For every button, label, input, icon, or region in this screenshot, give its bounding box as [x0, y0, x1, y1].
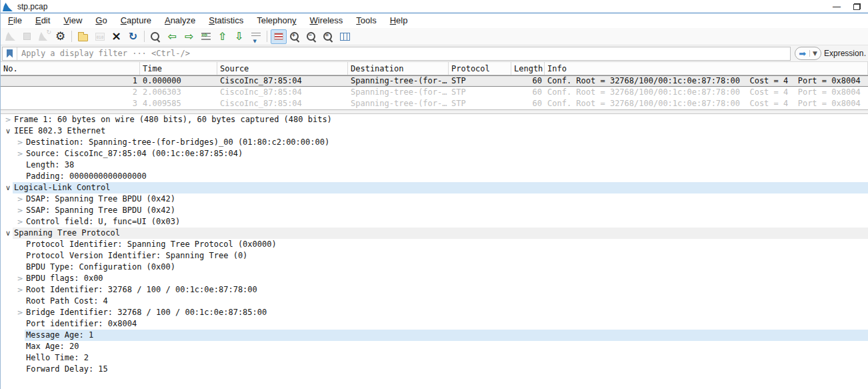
go-back-button[interactable]: ⇦ — [165, 29, 181, 44]
column-header-source[interactable]: Source — [217, 62, 348, 75]
dropdown-caret-icon[interactable]: ▼ — [809, 50, 817, 57]
capture-start-button — [3, 29, 19, 44]
detail-row[interactable]: >SSAP: Spanning Tree BPDU (0x42) — [1, 205, 868, 216]
auto-scroll-button[interactable] — [248, 29, 264, 44]
display-filter-input[interactable] — [17, 47, 790, 60]
detail-row[interactable]: BPDU Type: Configuration (0x00) — [1, 262, 868, 273]
detail-row[interactable]: Hello Time: 2 — [1, 352, 868, 364]
detail-row[interactable]: Root Path Cost: 4 — [1, 296, 868, 307]
menu-capture[interactable]: Capture — [114, 14, 158, 27]
resize-columns-button[interactable] — [337, 29, 353, 44]
wireshark-window: stp.pcap — FileEditViewGoCaptureAnalyzeS… — [0, 0, 868, 389]
detail-row[interactable]: ∨Logical-Link Control — [1, 182, 868, 193]
chevron-right-icon[interactable]: > — [3, 114, 13, 125]
detail-row[interactable]: ∨IEEE 802.3 Ethernet — [1, 125, 868, 137]
packet-row[interactable]: 34.009585CiscoInc_87:85:04Spanning-tree-… — [1, 98, 868, 109]
chevron-right-icon[interactable]: > — [15, 148, 25, 159]
chevron-right-icon[interactable]: > — [15, 273, 25, 284]
apply-filter-button[interactable]: ➡ ▼ — [795, 47, 821, 60]
menu-statistics[interactable]: Statistics — [202, 14, 250, 27]
go-first-button[interactable]: ⇧ — [215, 29, 231, 44]
minimize-button[interactable]: — — [827, 1, 847, 13]
column-header-no[interactable]: No. — [1, 62, 140, 75]
detail-row[interactable]: >DSAP: Spanning Tree BPDU (0x42) — [1, 193, 868, 205]
zoom-normal-button[interactable]: = — [321, 29, 337, 44]
detail-text: Max Age: 20 — [25, 341, 868, 352]
detail-row[interactable]: Port identifier: 0x8004 — [1, 318, 868, 330]
detail-text: IEEE 802.3 Ethernet — [13, 125, 868, 137]
packet-cell: Conf. Root = 32768/100/00:1c:0e:87:78:00… — [545, 87, 868, 98]
detail-row[interactable]: >Control field: U, func=UI (0x03) — [1, 216, 868, 228]
capture-options-button[interactable]: ⚙ — [53, 29, 69, 44]
colorize-button[interactable] — [271, 29, 287, 44]
menu-edit[interactable]: Edit — [29, 14, 57, 27]
column-header-info[interactable]: Info — [545, 62, 868, 75]
chevron-right-icon[interactable]: > — [15, 284, 25, 296]
menu-go[interactable]: Go — [89, 14, 113, 27]
reload-icon: ↻ — [129, 31, 137, 42]
detail-text: Forward Delay: 15 — [25, 364, 868, 375]
open-file-button[interactable] — [75, 29, 91, 44]
menu-help[interactable]: Help — [383, 14, 415, 27]
arrow-down-icon: ⇩ — [235, 31, 243, 42]
detail-row[interactable]: >BPDU flags: 0x00 — [1, 273, 868, 284]
detail-row[interactable]: Length: 38 — [1, 159, 868, 171]
detail-text: BPDU flags: 0x00 — [25, 273, 868, 284]
column-header-protocol[interactable]: Protocol — [449, 62, 511, 75]
detail-row[interactable]: Max Age: 20 — [1, 341, 868, 352]
menu-tools[interactable]: Tools — [349, 14, 383, 27]
detail-row[interactable]: Protocol Version Identifier: Spanning Tr… — [1, 250, 868, 262]
detail-text: Message Age: 1 — [25, 330, 868, 341]
column-header-time[interactable]: Time — [140, 62, 217, 75]
chevron-right-icon[interactable]: > — [15, 205, 25, 216]
chevron-right-icon[interactable]: > — [15, 216, 25, 228]
detail-row[interactable]: >Destination: Spanning-tree-(for-bridges… — [1, 137, 868, 148]
chevron-down-icon[interactable]: ∨ — [3, 228, 13, 239]
menu-analyze[interactable]: Analyze — [158, 14, 202, 27]
pane-splitter[interactable] — [1, 109, 868, 114]
detail-row[interactable]: ∨Spanning Tree Protocol — [1, 228, 868, 239]
detail-row[interactable]: Padding: 0000000000000000 — [1, 171, 868, 182]
detail-row[interactable]: Protocol Identifier: Spanning Tree Proto… — [1, 239, 868, 250]
arrow-right-icon: ⇨ — [185, 31, 193, 42]
packet-row[interactable]: 10.000000CiscoInc_87:85:04Spanning-tree-… — [1, 75, 868, 87]
chevron-right-icon[interactable]: > — [15, 307, 25, 318]
detail-row[interactable]: >Bridge Identifier: 32768 / 100 / 00:1c:… — [1, 307, 868, 318]
bookmark-icon[interactable] — [7, 49, 13, 58]
column-header-length[interactable]: Length — [511, 62, 545, 75]
close-file-icon: × — [111, 30, 121, 42]
detail-row[interactable]: >Frame 1: 60 bytes on wire (480 bits), 6… — [1, 114, 868, 125]
restore-button[interactable] — [847, 1, 867, 13]
go-last-button[interactable]: ⇩ — [231, 29, 247, 44]
detail-row[interactable]: >Root Identifier: 32768 / 100 / 00:1c:0e… — [1, 284, 868, 296]
detail-row[interactable]: Message Age: 1 — [1, 330, 868, 341]
chevron-right-icon[interactable]: > — [15, 193, 25, 205]
chevron-down-icon[interactable]: ∨ — [3, 182, 13, 193]
zoom-out-button[interactable]: − — [304, 29, 320, 44]
menu-file[interactable]: File — [1, 14, 29, 27]
find-packet-button[interactable] — [148, 29, 164, 44]
zoom-in-button[interactable]: + — [287, 29, 303, 44]
close-file-button[interactable]: × — [109, 29, 125, 44]
packet-row[interactable]: 22.006303CiscoInc_87:85:04Spanning-tree-… — [1, 87, 868, 98]
folder-icon — [78, 34, 88, 41]
menu-wireless[interactable]: Wireless — [303, 14, 350, 27]
menu-telephony[interactable]: Telephony — [250, 14, 303, 27]
detail-row[interactable]: Forward Delay: 15 — [1, 364, 868, 375]
reload-file-button[interactable]: ↻ — [125, 29, 141, 44]
chevron-down-icon[interactable]: ∨ — [3, 125, 13, 137]
go-to-packet-button[interactable] — [198, 29, 214, 44]
toolbar-separator — [144, 31, 145, 42]
expression-button[interactable]: Expression… — [824, 49, 867, 58]
chevron-right-icon[interactable]: > — [15, 137, 25, 148]
packet-cell: 0.000000 — [140, 75, 217, 87]
autoscroll-icon — [251, 33, 261, 38]
detail-row[interactable]: >Source: CiscoInc_87:85:04 (00:1c:0e:87:… — [1, 148, 868, 159]
column-header-destination[interactable]: Destination — [348, 62, 449, 75]
detail-text: Bridge Identifier: 32768 / 100 / 00:1c:0… — [25, 307, 868, 318]
menu-view[interactable]: View — [57, 14, 89, 27]
window-controls: — — [827, 1, 868, 13]
packet-cell: STP — [449, 98, 511, 109]
go-forward-button[interactable]: ⇨ — [181, 29, 197, 44]
goto-lines-icon — [201, 33, 211, 40]
